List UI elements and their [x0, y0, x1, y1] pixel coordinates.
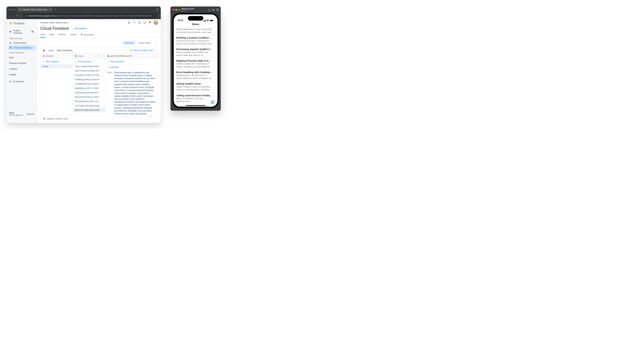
brand[interactable]: Firebase — [6, 19, 37, 28]
add-field-button[interactable]: ＋Add field — [105, 64, 158, 70]
document-row[interactable]: er47vA8XuZ6vUmHwJA8g — [73, 104, 105, 108]
add-database-button[interactable]: Add database — [72, 26, 90, 31]
home-icon[interactable] — [42, 49, 45, 52]
field-row[interactable]: text: "Build powerful gen AI application… — [105, 70, 158, 116]
query-builder-button[interactable]: Query builder — [137, 41, 153, 45]
home-button[interactable]: ⌂ — [20, 14, 22, 17]
forward-button[interactable]: → — [12, 14, 14, 17]
bell-icon[interactable] — [148, 21, 151, 24]
note-row[interactable]: Mapping Firestore Data in SwiftSwift's C… — [174, 58, 218, 70]
cellular-icon — [203, 20, 206, 22]
user-avatar[interactable] — [154, 20, 158, 25]
location-pin-icon — [43, 118, 45, 120]
compose-button[interactable] — [211, 100, 214, 104]
extensions-icon[interactable]: ❐ — [158, 14, 160, 17]
bookmark-icon[interactable]: ☆ — [153, 15, 155, 17]
document-row[interactable]: G9mXWzRgryZR7zt17M5S — [73, 86, 105, 90]
more-menu-icon[interactable]: ⋮ — [154, 42, 158, 44]
project-selector[interactable]: Firestore Vector Search Lab ▾ — [40, 22, 68, 24]
note-title: Calling asynchronous Firebase API... — [176, 94, 215, 97]
sidebar-item-auth[interactable]: Authentication — [6, 40, 37, 45]
tab-usage[interactable]: Usage — [70, 32, 77, 38]
upgrade-button[interactable]: Upgrade — [26, 113, 34, 115]
chevron-down-icon: ⌄ — [33, 56, 34, 58]
all-products[interactable]: All products — [6, 78, 37, 84]
window-controls[interactable] — [172, 9, 180, 11]
reload-button[interactable]: ⟳ — [16, 14, 18, 17]
shortcuts-label: Project shortcuts — [6, 36, 37, 40]
sim-home-icon[interactable] — [208, 8, 210, 11]
browser-tab[interactable]: Firestore Vector Search Lab - ✕ — [17, 7, 53, 12]
settings-gear-icon[interactable] — [30, 30, 34, 34]
help-icon[interactable]: ? — [138, 21, 141, 24]
plus-icon: ＋ — [107, 60, 109, 63]
sparkle-icon[interactable] — [133, 21, 136, 24]
view-switcher: Panel view Query builder ⋮ — [40, 41, 158, 45]
document-row[interactable]: FyyHOM5aRFTdEvukRZYd — [73, 82, 105, 86]
note-row[interactable]: Previewing Stateful SwiftUI ViewsWhen bu… — [174, 46, 218, 58]
inbox-icon[interactable] — [143, 21, 146, 24]
database-icon — [42, 55, 44, 57]
note-row[interactable]: Mobile applications have to deal with a … — [174, 28, 218, 35]
note-title: Error Handling with Combine and S... — [176, 71, 215, 74]
document-row[interactable]: 5zK34R271brWt3zZffNa — [73, 73, 105, 77]
document-row[interactable]: F4h8OdqZ1UMqz23xAto0 — [73, 77, 105, 82]
home-indicator[interactable] — [186, 105, 205, 106]
category-release[interactable]: Release & Monitor⌄ — [6, 60, 37, 66]
collapse-sidebar-button[interactable]: ‹ — [6, 118, 37, 123]
close-tab-icon[interactable]: ✕ — [49, 8, 51, 11]
svg-rect-24 — [205, 20, 206, 22]
simulator-titlebar: iPhone 15 Pro iOS 17.4 — [170, 6, 221, 13]
browser-window: Firestore Vector Search Lab - ✕ + ⌄ ← → … — [6, 6, 161, 123]
svg-rect-8 — [10, 82, 10, 82]
category-build[interactable]: Build⌄ — [6, 54, 37, 60]
svg-point-18 — [213, 10, 214, 10]
document-row[interactable]: gMrO1fIiXM5f4IolwzFN› — [73, 108, 105, 112]
breadcrumb-collection[interactable]: notes — [48, 49, 54, 52]
url-bar[interactable]: ⚙ console.firebase.google.com/project/fi… — [23, 14, 157, 18]
tab-rules[interactable]: Rules — [49, 32, 55, 38]
more-in-cloud-link[interactable]: More in Google Cloud ⌄ — [130, 49, 156, 52]
note-body: SwiftUI makes it easy to customise views… — [176, 86, 215, 91]
category-engage[interactable]: Engage⌄ — [6, 72, 37, 77]
document-row[interactable]: HbOuUaPXtHYqSVucTB7z — [73, 95, 105, 99]
new-tab-button[interactable]: + — [54, 8, 57, 11]
document-row[interactable]: 3HdrUrDFgS7eE4HRi2Pm — [73, 68, 105, 73]
note-body: Swift's Codable API, introduced in Swift… — [176, 62, 215, 68]
add-document-button[interactable]: ＋Add document — [73, 59, 105, 64]
note-row[interactable]: Building a Custom Combine Operat...In th… — [174, 35, 218, 46]
notes-list[interactable]: Mobile applications have to deal with a … — [174, 28, 218, 107]
sim-external-icon[interactable] — [216, 8, 219, 11]
column-menu-icon[interactable]: ⋮ — [101, 55, 103, 57]
document-row[interactable]: GybbVqm9jHoaodmwVpYv — [73, 90, 105, 95]
collection-row[interactable]: notes› — [40, 64, 72, 68]
note-title: Building a Custom Combine Operat... — [176, 36, 215, 39]
start-subcollection-button[interactable]: ＋Start collection — [105, 59, 158, 64]
window-controls[interactable] — [8, 9, 16, 10]
start-collection-button[interactable]: ＋Start collection — [40, 59, 72, 64]
breadcrumb-doc[interactable]: gMrO1fIiXM5f4I... — [57, 49, 74, 52]
back-button[interactable]: ← — [8, 14, 10, 17]
sim-screenshot-icon[interactable] — [212, 8, 214, 11]
category-analytics[interactable]: Analytics⌄ — [6, 66, 37, 72]
tab-extensions[interactable]: Extensions — [80, 32, 94, 38]
tab-indexes[interactable]: Indexes — [58, 32, 66, 38]
sidebar-item-firestore[interactable]: Firestore Database — [8, 45, 36, 50]
project-overview[interactable]: Project Overview — [6, 28, 37, 36]
document-row[interactable]: 1GBsc1pw8Gdfd6uI446o — [73, 64, 105, 68]
note-body: Mobile applications have to deal with a … — [176, 28, 215, 34]
sidebar-item-label: Authentication — [13, 42, 26, 44]
note-row[interactable]: Styling SwiftUI ViewsSwiftUI makes it ea… — [174, 81, 218, 92]
chevron-down-icon: ⌄ — [33, 62, 34, 64]
plus-icon: ＋ — [42, 60, 44, 63]
tabs-overflow-button[interactable]: ⌄ — [156, 8, 159, 11]
note-row[interactable]: Error Handling with Combine and S...As d… — [174, 70, 218, 81]
tab-data[interactable]: Data — [40, 32, 45, 38]
chevron-right-icon: › — [215, 86, 216, 88]
panel-view-button[interactable]: Panel view — [122, 41, 136, 45]
dark-mode-icon[interactable] — [128, 21, 131, 24]
column-menu-icon[interactable]: ⋮ — [154, 55, 156, 57]
filter-icon[interactable] — [98, 55, 100, 57]
site-settings-icon[interactable]: ⚙ — [25, 15, 27, 17]
document-row[interactable]: RExVp8wWlDeeS5RrryJl — [73, 99, 105, 104]
